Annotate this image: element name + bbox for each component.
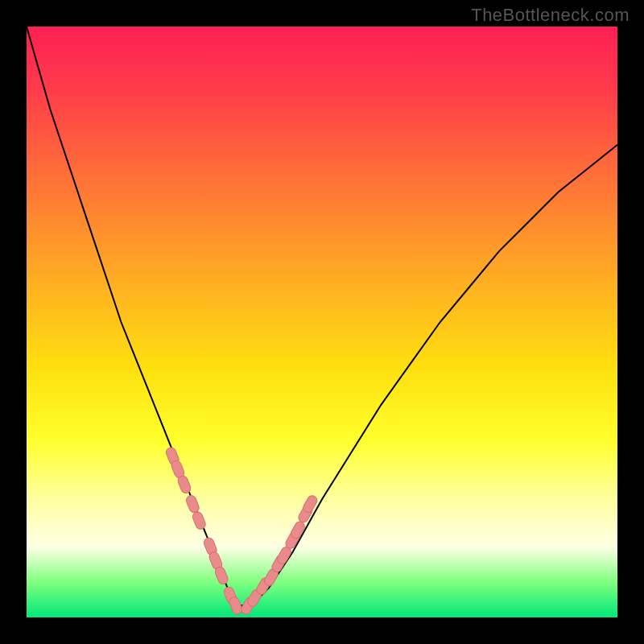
curve-marker xyxy=(228,596,243,616)
chart-overlay xyxy=(27,27,617,617)
curve-marker xyxy=(176,474,192,494)
curve-marker xyxy=(214,565,229,585)
curve-marker xyxy=(185,494,200,514)
bottleneck-curve xyxy=(27,27,617,605)
curve-marker xyxy=(192,510,207,530)
watermark-text: TheBottleneck.com xyxy=(471,5,630,26)
marker-group xyxy=(165,446,319,616)
chart-stage: TheBottleneck.com xyxy=(0,0,644,644)
